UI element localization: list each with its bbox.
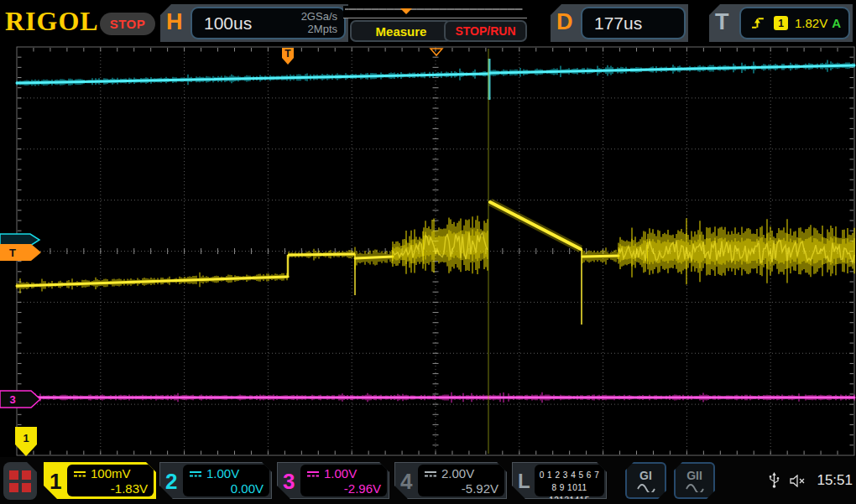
memory-waveform-icon xyxy=(343,6,527,18)
status-icons: 15:51 xyxy=(769,457,853,504)
timebase-value: 100us xyxy=(204,13,252,34)
channel-2-offset: 0.00V xyxy=(189,481,264,496)
delay-label: D xyxy=(556,9,573,35)
channel-1-offset: -1.83V xyxy=(73,481,148,496)
sample-rate: 2GSa/s xyxy=(301,10,337,23)
logic-channels-box[interactable]: L 0 1 2 3 4 5 6 7 8 9 1011 12131415 xyxy=(512,462,607,499)
logic-readout: 0 1 2 3 4 5 6 7 8 9 1011 12131415 xyxy=(535,465,604,496)
channel-3-box[interactable]: 3 1.00V -2.96V xyxy=(277,462,389,499)
rising-edge-icon xyxy=(751,16,765,30)
channel-4-offset: -5.92V xyxy=(424,481,498,496)
menu-square xyxy=(22,470,31,480)
delay-value: 177us xyxy=(594,13,642,34)
channel-1-readout: 100mV -1.83V xyxy=(67,465,154,496)
horizontal-readout: 100us 2GSa/s 2Mpts xyxy=(191,7,346,39)
delay-readout: 177us xyxy=(581,7,686,39)
menu-square xyxy=(9,483,18,492)
channel-1-scale: 100mV xyxy=(91,466,131,481)
horizontal-tab[interactable]: H 100us 2GSa/s 2Mpts xyxy=(160,4,348,42)
logic-label: L xyxy=(518,470,530,493)
channel-3-position-marker[interactable]: 3 xyxy=(0,391,40,408)
usb-icon[interactable] xyxy=(769,472,780,489)
generator-1-button[interactable]: GI xyxy=(625,462,666,499)
rigol-logo: RIGOL xyxy=(5,6,99,37)
delay-tab[interactable]: D 177us xyxy=(551,4,688,42)
menu-square xyxy=(9,470,18,480)
dc-coupling-icon xyxy=(306,470,320,478)
memory-position-strip[interactable] xyxy=(343,6,527,18)
clock: 15:51 xyxy=(817,472,853,489)
svg-text:T: T xyxy=(284,48,291,60)
channel-4-number: 4 xyxy=(400,469,412,495)
memory-position-marker-icon xyxy=(400,8,412,14)
channel-2-number: 2 xyxy=(165,469,177,495)
channel-2-box[interactable]: 2 1.00V 0.00V xyxy=(159,462,272,499)
channel-2-readout: 1.00V 0.00V xyxy=(183,465,269,496)
channel-4-box[interactable]: 4 2.00V -5.92V xyxy=(394,462,507,499)
trigger-sweep-mode: A xyxy=(832,16,848,30)
dc-coupling-icon xyxy=(73,470,86,478)
trigger-level-value: 1.82V xyxy=(795,16,827,30)
svg-text:T: T xyxy=(9,247,16,259)
trigger-source-badge: 1 xyxy=(774,16,788,30)
channel-3-number: 3 xyxy=(283,469,295,495)
measure-button[interactable]: Measure xyxy=(350,20,452,42)
svg-text:1: 1 xyxy=(23,432,29,444)
menu-grid-icon[interactable] xyxy=(3,462,37,500)
channel-2-position-marker[interactable] xyxy=(0,234,39,246)
menu-grid-squares xyxy=(9,470,31,492)
memory-depth: 2Mpts xyxy=(308,23,337,35)
channel-3-scale: 1.00V xyxy=(324,466,357,481)
acquisition-info: 2GSa/s 2Mpts xyxy=(301,11,344,36)
channel-1-number: 1 xyxy=(50,469,61,495)
run-state-badge[interactable]: STOP xyxy=(100,13,155,35)
svg-text:3: 3 xyxy=(9,393,15,406)
logic-row-1: 0 1 2 3 4 5 6 7 xyxy=(535,469,604,481)
channel-4-readout: 2.00V -5.92V xyxy=(418,465,504,496)
bottom-bar: 1 100mV -1.83V 2 1.00V 0.00V xyxy=(0,457,856,504)
channel-4-scale: 2.00V xyxy=(441,466,474,481)
stop-run-button[interactable]: STOP/RUN xyxy=(444,20,527,42)
dc-coupling-icon xyxy=(424,470,437,478)
generator-1-label: GI xyxy=(639,469,652,482)
trigger-readout: 1 1.82V A xyxy=(739,7,850,39)
horizontal-label: H xyxy=(166,9,183,35)
sine-wave-icon xyxy=(685,482,705,492)
waveform-display: TT31 xyxy=(0,0,856,504)
speaker-muted-icon[interactable] xyxy=(790,475,806,487)
top-bar: RIGOL STOP H 100us 2GSa/s 2Mpts Measure … xyxy=(0,0,856,46)
trigger-tab[interactable]: T 1 1.82V A xyxy=(709,4,853,42)
channel-3-offset: -2.96V xyxy=(306,481,381,496)
generator-2-label: GII xyxy=(686,469,702,482)
channel-3-readout: 1.00V -2.96V xyxy=(300,465,387,496)
dc-coupling-icon xyxy=(189,470,202,478)
channel-2-scale: 1.00V xyxy=(206,466,239,481)
generator-2-button[interactable]: GII xyxy=(674,462,715,499)
trigger-label: T xyxy=(715,9,729,35)
channel-1-box[interactable]: 1 100mV -1.83V xyxy=(44,462,156,499)
menu-square xyxy=(22,483,31,492)
logic-row-2: 8 9 1011 12131415 xyxy=(535,481,604,504)
sine-wave-icon xyxy=(636,482,656,492)
